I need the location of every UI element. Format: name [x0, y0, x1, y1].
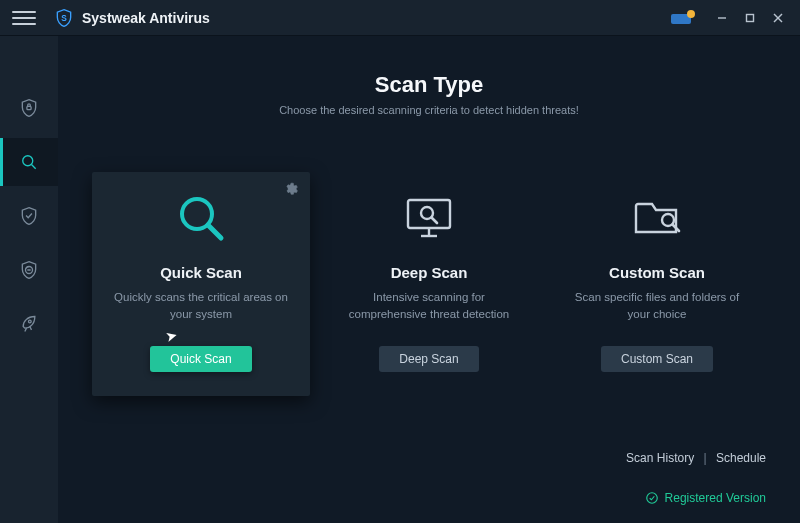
- custom-scan-icon: [632, 190, 682, 246]
- scan-history-link[interactable]: Scan History: [626, 451, 694, 465]
- minimize-button[interactable]: [708, 4, 736, 32]
- svg-point-2: [687, 10, 695, 18]
- svg-point-11: [29, 320, 32, 323]
- card-quick-scan[interactable]: Quick Scan Quickly scans the critical ar…: [92, 172, 310, 396]
- svg-line-13: [208, 225, 221, 238]
- svg-line-18: [432, 218, 438, 224]
- shield-e-icon: [19, 260, 39, 280]
- search-icon: [19, 152, 39, 172]
- scan-cards: Quick Scan Quickly scans the critical ar…: [92, 172, 766, 396]
- deep-scan-desc: Intensive scanning for comprehensive thr…: [338, 289, 520, 324]
- monitor-search-icon: [404, 196, 454, 240]
- shield-check-icon: [19, 206, 39, 226]
- card-deep-scan[interactable]: Deep Scan Intensive scanning for compreh…: [320, 172, 538, 396]
- nav-quarantine[interactable]: [0, 246, 58, 294]
- svg-line-9: [32, 165, 36, 169]
- quick-scan-settings-button[interactable]: [284, 182, 298, 200]
- app-title: Systweak Antivirus: [82, 10, 210, 26]
- shield-lock-icon: [19, 98, 39, 118]
- svg-rect-14: [408, 200, 450, 228]
- quick-scan-desc: Quickly scans the critical areas on your…: [110, 289, 292, 324]
- svg-point-21: [646, 493, 657, 504]
- nav-scan[interactable]: [0, 138, 58, 186]
- custom-scan-title: Custom Scan: [609, 264, 705, 281]
- gear-icon: [284, 182, 298, 196]
- premium-badge-icon[interactable]: [668, 9, 698, 27]
- svg-rect-7: [27, 106, 31, 109]
- page-subtitle: Choose the desired scanning criteria to …: [92, 104, 766, 116]
- separator: |: [703, 451, 706, 465]
- sidebar: [0, 36, 58, 523]
- deep-scan-title: Deep Scan: [391, 264, 468, 281]
- custom-scan-desc: Scan specific files and folders of your …: [566, 289, 748, 324]
- main-content: Scan Type Choose the desired scanning cr…: [58, 36, 800, 523]
- search-large-icon: [175, 192, 227, 244]
- custom-scan-button[interactable]: Custom Scan: [601, 346, 713, 372]
- titlebar: S Systweak Antivirus: [0, 0, 800, 36]
- deep-scan-icon: [404, 190, 454, 246]
- folder-search-icon: [632, 196, 682, 240]
- page-title: Scan Type: [92, 72, 766, 98]
- quick-scan-button[interactable]: Quick Scan: [150, 346, 251, 372]
- deep-scan-button[interactable]: Deep Scan: [379, 346, 478, 372]
- menu-button[interactable]: [12, 6, 36, 30]
- nav-status[interactable]: [0, 84, 58, 132]
- nav-boost[interactable]: [0, 300, 58, 348]
- schedule-link[interactable]: Schedule: [716, 451, 766, 465]
- nav-protection[interactable]: [0, 192, 58, 240]
- app-logo-icon: S: [54, 8, 74, 28]
- close-button[interactable]: [764, 4, 792, 32]
- registered-label: Registered Version: [665, 491, 766, 505]
- svg-point-8: [23, 156, 33, 166]
- rocket-icon: [19, 314, 39, 334]
- footer-links: Scan History | Schedule: [626, 451, 766, 465]
- quick-scan-title: Quick Scan: [160, 264, 242, 281]
- check-circle-icon: [645, 491, 659, 505]
- registered-status: Registered Version: [645, 491, 766, 505]
- svg-text:S: S: [61, 12, 67, 22]
- quick-scan-icon: [175, 190, 227, 246]
- svg-rect-4: [747, 14, 754, 21]
- maximize-button[interactable]: [736, 4, 764, 32]
- card-custom-scan[interactable]: Custom Scan Scan specific files and fold…: [548, 172, 766, 396]
